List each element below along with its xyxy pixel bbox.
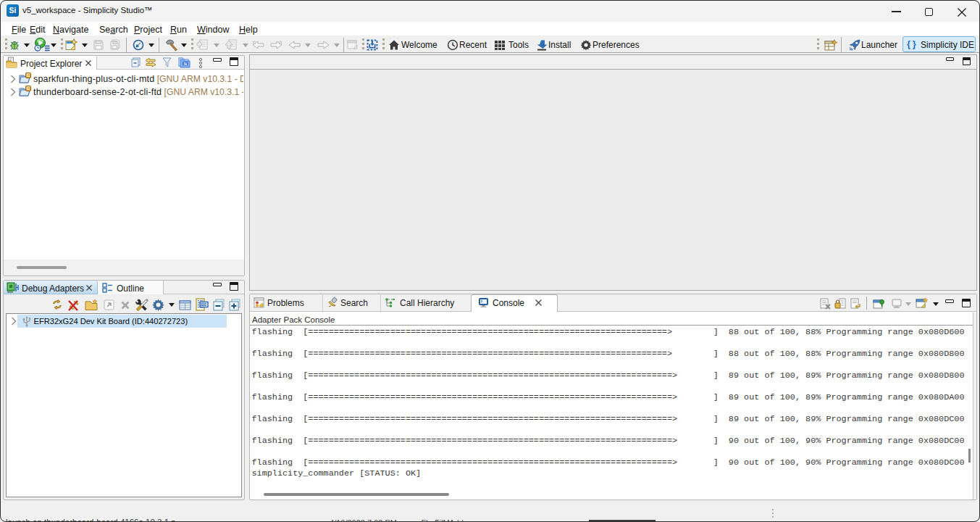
svg-text:C: C [27, 86, 30, 91]
svg-text:C: C [27, 72, 30, 78]
svg-text:Si: Si [183, 62, 187, 66]
